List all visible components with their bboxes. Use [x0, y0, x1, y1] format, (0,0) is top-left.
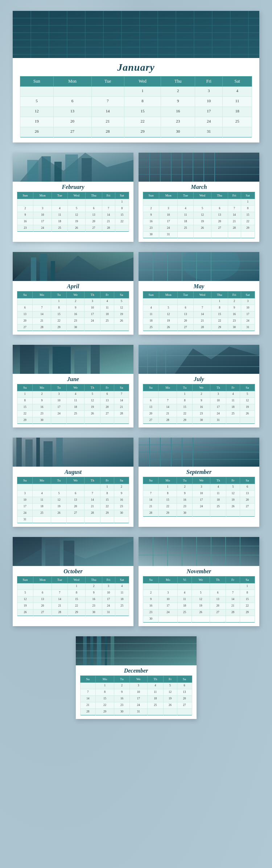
calendar-day[interactable]: 18: [147, 696, 163, 702]
calendar-day[interactable]: 30: [143, 232, 159, 238]
calendar-day[interactable]: 28: [228, 225, 241, 232]
calendar-day[interactable]: 11: [223, 97, 252, 107]
calendar-day[interactable]: 11: [210, 491, 226, 497]
calendar-day[interactable]: 25: [147, 702, 163, 709]
calendar-day[interactable]: 16: [67, 311, 85, 318]
calendar-day[interactable]: 20: [210, 603, 226, 609]
calendar-day[interactable]: 16: [143, 603, 159, 609]
calendar-day[interactable]: 12: [240, 398, 255, 404]
calendar-day[interactable]: 8: [124, 97, 161, 107]
calendar-day[interactable]: 9: [114, 491, 129, 497]
calendar-day[interactable]: 19: [240, 404, 255, 411]
calendar-day[interactable]: 5: [240, 391, 255, 398]
calendar-day[interactable]: 2: [161, 87, 195, 97]
calendar-day[interactable]: 3: [195, 87, 223, 97]
calendar-day[interactable]: 18: [115, 596, 129, 603]
calendar-day[interactable]: 16: [86, 596, 102, 603]
calendar-day[interactable]: 7: [226, 590, 240, 596]
calendar-day[interactable]: 8: [115, 206, 129, 212]
calendar-day[interactable]: 22: [67, 603, 85, 609]
calendar-day[interactable]: 1: [124, 87, 161, 97]
calendar-day[interactable]: 15: [177, 404, 193, 411]
calendar-day[interactable]: 15: [241, 212, 255, 219]
calendar-day[interactable]: 28: [80, 709, 95, 715]
calendar-day[interactable]: 9: [114, 689, 129, 696]
calendar-day[interactable]: 26: [67, 225, 85, 232]
calendar-day[interactable]: 6: [210, 590, 226, 596]
calendar-day[interactable]: 10: [33, 212, 52, 219]
calendar-day[interactable]: 30: [86, 609, 102, 616]
calendar-day[interactable]: 17: [210, 404, 226, 411]
calendar-day[interactable]: 1: [240, 583, 255, 590]
calendar-day[interactable]: 8: [177, 398, 193, 404]
calendar-day[interactable]: 20: [33, 603, 52, 609]
calendar-day[interactable]: 2: [86, 583, 102, 590]
calendar-day[interactable]: 13: [210, 596, 226, 603]
calendar-day[interactable]: 18: [52, 219, 67, 225]
calendar-day[interactable]: 8: [51, 305, 67, 311]
calendar-day[interactable]: 14: [102, 212, 115, 219]
calendar-day[interactable]: 10: [195, 97, 223, 107]
calendar-day[interactable]: 15: [211, 311, 228, 318]
calendar-day[interactable]: 3: [210, 391, 226, 398]
calendar-day[interactable]: 12: [159, 311, 178, 318]
calendar-day[interactable]: 26: [159, 325, 178, 331]
calendar-day[interactable]: 17: [159, 219, 178, 225]
calendar-day[interactable]: 22: [158, 504, 177, 510]
calendar-day[interactable]: 18: [226, 404, 240, 411]
calendar-day[interactable]: 30: [177, 510, 193, 517]
calendar-day[interactable]: 24: [158, 609, 177, 616]
calendar-day[interactable]: 15: [51, 311, 67, 318]
calendar-day[interactable]: 20: [17, 318, 33, 325]
calendar-day[interactable]: 13: [211, 212, 228, 219]
calendar-day[interactable]: 31: [241, 325, 255, 331]
calendar-day[interactable]: 25: [226, 411, 240, 417]
calendar-day[interactable]: 22: [124, 117, 161, 127]
calendar-day[interactable]: 2: [143, 590, 159, 596]
calendar-day[interactable]: 14: [114, 398, 129, 404]
calendar-day[interactable]: 8: [17, 398, 33, 404]
calendar-day[interactable]: 15: [240, 596, 255, 603]
calendar-day[interactable]: 11: [177, 596, 192, 603]
calendar-day[interactable]: 6: [100, 391, 114, 398]
calendar-day[interactable]: 16: [177, 497, 193, 504]
calendar-day[interactable]: 14: [85, 497, 100, 504]
calendar-day[interactable]: 19: [17, 603, 33, 609]
calendar-day[interactable]: 23: [143, 609, 159, 616]
calendar-day[interactable]: 8: [211, 305, 228, 311]
calendar-day[interactable]: 26: [17, 609, 33, 616]
calendar-day[interactable]: 30: [33, 417, 51, 424]
calendar-day[interactable]: 19: [226, 497, 240, 504]
calendar-day[interactable]: 3: [193, 484, 210, 491]
calendar-day[interactable]: 18: [143, 318, 159, 325]
calendar-day[interactable]: 17: [17, 504, 33, 510]
calendar-day[interactable]: 2: [33, 391, 51, 398]
calendar-day[interactable]: 6: [33, 590, 52, 596]
calendar-day[interactable]: 6: [211, 206, 228, 212]
calendar-day[interactable]: 21: [143, 504, 158, 510]
calendar-day[interactable]: 13: [17, 311, 33, 318]
calendar-day[interactable]: 2: [114, 683, 129, 689]
calendar-day[interactable]: 9: [33, 398, 51, 404]
calendar-day[interactable]: 23: [86, 603, 102, 609]
calendar-day[interactable]: 30: [143, 616, 159, 623]
calendar-day[interactable]: 16: [161, 107, 195, 117]
calendar-day[interactable]: 3: [159, 206, 178, 212]
calendar-day[interactable]: 30: [228, 325, 241, 331]
calendar-day[interactable]: 4: [223, 87, 252, 97]
calendar-day[interactable]: 26: [226, 504, 240, 510]
calendar-day[interactable]: 28: [143, 510, 158, 517]
calendar-day[interactable]: 2: [228, 298, 241, 305]
calendar-day[interactable]: 13: [53, 107, 91, 117]
calendar-day[interactable]: 28: [226, 609, 240, 616]
calendar-day[interactable]: 27: [53, 127, 91, 137]
calendar-day[interactable]: 24: [210, 411, 226, 417]
calendar-day[interactable]: 26: [240, 411, 255, 417]
calendar-day[interactable]: 17: [102, 596, 115, 603]
calendar-day[interactable]: 10: [193, 491, 210, 497]
calendar-day[interactable]: 17: [85, 311, 100, 318]
calendar-day[interactable]: 7: [91, 97, 124, 107]
calendar-day[interactable]: 9: [193, 398, 210, 404]
calendar-day[interactable]: 25: [178, 225, 193, 232]
calendar-day[interactable]: 27: [178, 325, 193, 331]
